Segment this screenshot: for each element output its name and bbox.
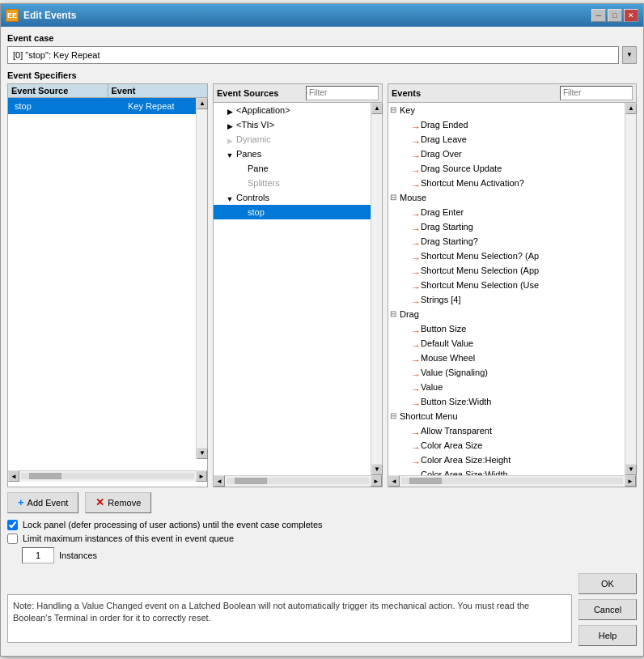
event-sources-panel: Event Sources ▶<Application> ▶<This VI> … — [213, 83, 383, 487]
hscroll-left[interactable]: ◄ — [8, 470, 19, 482]
scroll-up[interactable]: ▲ — [625, 103, 637, 114]
x-icon: ✕ — [95, 496, 104, 508]
lock-panel-label: Lock panel (defer processing of user act… — [23, 520, 323, 529]
expand-icon[interactable]: ▼ — [225, 193, 235, 202]
tree-item-panes[interactable]: ▼Panes — [214, 147, 371, 161]
event-specifiers-label: Event Specifiers — [7, 70, 637, 80]
event-drag-starting[interactable]: →Drag Starting — [388, 219, 625, 234]
hscroll-right[interactable]: ► — [625, 475, 636, 487]
event-drag-source-update[interactable]: →Drag Source Update — [388, 161, 625, 176]
event-allow-transparent[interactable]: →Allow Transparent — [388, 423, 625, 438]
title-bar-left: EE Edit Events — [6, 9, 76, 22]
hscroll-left[interactable]: ◄ — [214, 475, 225, 487]
tree-item-application[interactable]: ▶<Application> — [214, 103, 371, 117]
tree-item-stop[interactable]: stop — [214, 205, 371, 219]
scroll-down[interactable]: ▼ — [625, 464, 637, 475]
group-drag[interactable]: ⊟Drag — [388, 307, 625, 321]
note-box: Note: Handling a Value Changed event on … — [7, 594, 572, 643]
expand-icon[interactable]: ▶ — [225, 120, 235, 130]
event-drag-leave[interactable]: →Drag Leave — [388, 132, 625, 147]
event-drag-enter[interactable]: →Drag Enter — [388, 205, 625, 219]
bottom-controls: + Add Event ✕ Remove — [7, 492, 637, 513]
ok-button[interactable]: OK — [578, 573, 637, 594]
instances-input[interactable] — [22, 547, 54, 563]
group-mouse[interactable]: ⊟Mouse — [388, 190, 625, 205]
note-text: Note: Handling a Value Changed event on … — [13, 601, 529, 623]
title-bar: EE Edit Events ─ □ ✕ — [1, 4, 643, 27]
scroll-down[interactable]: ▼ — [197, 448, 208, 459]
event-drag-starting-q[interactable]: →Drag Starting? — [388, 234, 625, 249]
expand-icon[interactable]: ▶ — [225, 105, 235, 115]
scroll-track — [197, 109, 207, 448]
remove-button[interactable]: ✕ Remove — [85, 492, 151, 513]
hscroll-right[interactable]: ► — [196, 470, 207, 482]
event-drag-over[interactable]: →Drag Over — [388, 147, 625, 161]
event-shortcut-selection-app[interactable]: →Shortcut Menu Selection (App — [388, 263, 625, 278]
specifiers-scrollbar-h[interactable]: ◄ ► — [8, 470, 207, 482]
hscroll-right[interactable]: ► — [371, 475, 382, 487]
event-shortcut-selection-use[interactable]: →Shortcut Menu Selection (Use — [388, 278, 625, 292]
hscroll-thumb[interactable] — [29, 473, 61, 479]
add-event-button[interactable]: + Add Event — [7, 492, 78, 513]
tree-item-controls[interactable]: ▼Controls — [214, 190, 371, 205]
note-and-buttons: Note: Handling a Value Changed event on … — [7, 570, 637, 649]
event-color-area-size-h[interactable]: →Color Area Size:Height — [388, 453, 625, 467]
events-title: Events — [392, 88, 421, 98]
collapse-icon[interactable]: ⊟ — [390, 410, 398, 423]
event-color-area-size-w[interactable]: →Color Area Size:Width — [388, 467, 625, 475]
hscroll-left[interactable]: ◄ — [388, 475, 400, 487]
restore-button[interactable]: □ — [608, 9, 622, 22]
scroll-track — [625, 114, 636, 464]
sources-scrollbar-h[interactable]: ◄ ► — [214, 475, 382, 487]
tree-item-splitters[interactable]: Splitters — [214, 176, 371, 190]
events-filter[interactable] — [560, 86, 633, 100]
event-sources-header: Event Sources — [214, 84, 382, 103]
event-value-signaling[interactable]: →Value (Signaling) — [388, 365, 625, 380]
close-button[interactable]: ✕ — [624, 9, 638, 22]
event-mouse-wheel[interactable]: →Mouse Wheel — [388, 351, 625, 365]
scroll-up[interactable]: ▲ — [197, 98, 208, 109]
help-button[interactable]: Help — [578, 625, 637, 646]
hscroll-thumb[interactable] — [235, 478, 267, 484]
event-case-dropdown[interactable]: [0] "stop": Key Repeat — [7, 46, 619, 64]
group-shortcut-menu[interactable]: ⊟Shortcut Menu — [388, 409, 625, 423]
sources-scrollbar-v[interactable]: ▲ ▼ — [371, 103, 382, 475]
collapse-icon[interactable]: ⊟ — [390, 104, 398, 117]
limit-instances-checkbox[interactable] — [7, 534, 18, 544]
event-color-area-size[interactable]: →Color Area Size — [388, 438, 625, 453]
event-button-size[interactable]: →Button Size — [388, 321, 625, 336]
tree-item-pane[interactable]: Pane — [214, 161, 371, 176]
group-key[interactable]: ⊟Key — [388, 103, 625, 117]
limit-instances-label: Limit maximum instances of this event in… — [23, 534, 234, 543]
event-shortcut-menu-activation[interactable]: →Shortcut Menu Activation? — [388, 176, 625, 190]
event-case-value: [0] "stop": Key Repeat — [13, 50, 100, 60]
limit-instances-row: Limit maximum instances of this event in… — [7, 534, 637, 544]
events-tree: ⊟Key →Drag Ended →Drag Leave →Drag Over … — [388, 103, 625, 475]
event-button-size-width[interactable]: →Button Size:Width — [388, 394, 625, 409]
lock-panel-checkbox[interactable] — [7, 520, 18, 530]
collapse-icon[interactable]: ⊟ — [390, 191, 398, 204]
tree-item-dynamic[interactable]: ▶Dynamic — [214, 132, 371, 147]
event-case-arrow[interactable]: ▼ — [622, 46, 637, 64]
events-scrollbar-h[interactable]: ◄ ► — [388, 475, 636, 487]
specifier-row[interactable]: stop Key Repeat — [8, 98, 207, 114]
event-strings[interactable]: →Strings [4] — [388, 292, 625, 307]
event-value[interactable]: →Value — [388, 380, 625, 394]
event-sources-tree: ▶<Application> ▶<This VI> ▶Dynamic ▼Pane… — [214, 103, 371, 475]
event-default-value[interactable]: →Default Value — [388, 336, 625, 351]
event-drag-ended[interactable]: →Drag Ended — [388, 117, 625, 132]
tree-item-this-vi[interactable]: ▶<This VI> — [214, 117, 371, 132]
scroll-up[interactable]: ▲ — [371, 103, 383, 114]
event-sources-filter[interactable] — [306, 86, 379, 100]
events-scrollbar-v[interactable]: ▲ ▼ — [625, 103, 636, 475]
scroll-down[interactable]: ▼ — [371, 464, 383, 475]
event-case-label: Event case — [7, 33, 637, 43]
hscroll-thumb[interactable] — [409, 478, 442, 484]
cancel-button[interactable]: Cancel — [578, 599, 637, 620]
collapse-icon[interactable]: ⊟ — [390, 308, 398, 321]
minimize-button[interactable]: ─ — [591, 9, 606, 22]
specifiers-scrollbar-v[interactable]: ▲ ▼ — [196, 98, 207, 459]
remove-label: Remove — [108, 498, 141, 508]
expand-icon[interactable]: ▼ — [225, 149, 235, 159]
event-shortcut-selection-q[interactable]: →Shortcut Menu Selection? (Ap — [388, 249, 625, 263]
